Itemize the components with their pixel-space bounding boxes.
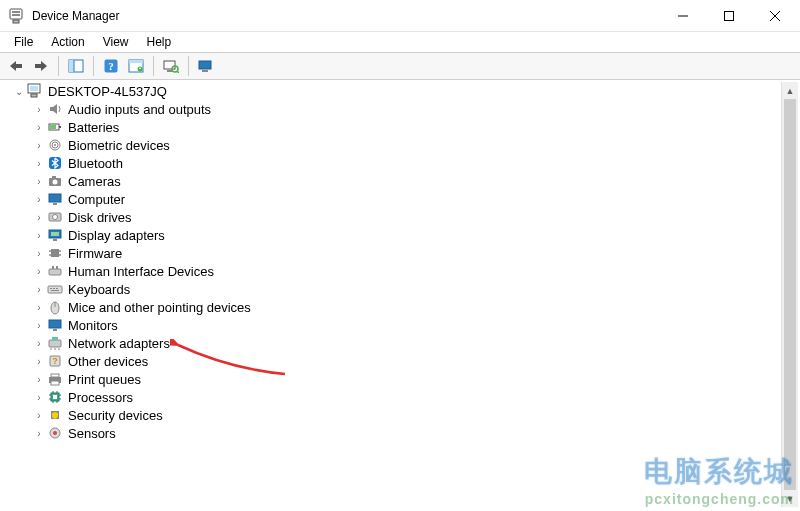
tree-item-processors[interactable]: › Processors xyxy=(2,388,780,406)
fingerprint-icon xyxy=(46,137,64,153)
tree-root-label: DESKTOP-4L537JQ xyxy=(48,84,167,99)
properties-button[interactable] xyxy=(124,55,148,77)
scan-hardware-button[interactable] xyxy=(159,55,183,77)
vertical-scrollbar[interactable]: ▲ ▼ xyxy=(781,82,798,507)
svg-rect-50 xyxy=(52,266,54,269)
mouse-icon xyxy=(46,299,64,315)
expand-icon[interactable]: › xyxy=(32,266,46,277)
svg-rect-29 xyxy=(50,125,56,129)
tree-item-computer[interactable]: › Computer xyxy=(2,190,780,208)
cpu-icon xyxy=(46,389,64,405)
svg-rect-5 xyxy=(725,11,734,20)
toolbar: ? xyxy=(0,52,800,80)
tree-item-mice[interactable]: › Mice and other pointing devices xyxy=(2,298,780,316)
expand-icon[interactable]: › xyxy=(32,230,46,241)
svg-point-32 xyxy=(54,144,56,146)
svg-rect-69 xyxy=(51,374,59,377)
network-icon xyxy=(46,335,64,351)
close-button[interactable] xyxy=(752,0,798,32)
svg-line-21 xyxy=(177,71,179,73)
svg-rect-49 xyxy=(49,269,61,275)
scroll-down-button[interactable]: ▼ xyxy=(782,490,798,507)
chip-icon xyxy=(46,245,64,261)
scroll-up-button[interactable]: ▲ xyxy=(782,82,798,99)
expand-icon[interactable]: › xyxy=(32,212,46,223)
tree-item-label: Mice and other pointing devices xyxy=(68,300,251,315)
tree-item-batteries[interactable]: › Batteries xyxy=(2,118,780,136)
tree-item-biometric[interactable]: › Biometric devices xyxy=(2,136,780,154)
expand-icon[interactable]: › xyxy=(32,158,46,169)
tree-item-keyboards[interactable]: › Keyboards xyxy=(2,280,780,298)
expand-icon[interactable]: › xyxy=(32,428,46,439)
svg-text:?: ? xyxy=(52,356,58,366)
tree-item-audio[interactable]: › Audio inputs and outputs xyxy=(2,100,780,118)
svg-rect-38 xyxy=(53,203,57,205)
back-button[interactable] xyxy=(4,55,28,77)
add-legacy-hardware-button[interactable] xyxy=(194,55,218,77)
expand-icon[interactable]: › xyxy=(32,320,46,331)
svg-rect-23 xyxy=(202,70,208,72)
tree-item-hid[interactable]: › Human Interface Devices xyxy=(2,262,780,280)
svg-rect-8 xyxy=(15,64,22,68)
printer-icon xyxy=(46,371,64,387)
tree-item-label: Print queues xyxy=(68,372,141,387)
tree-item-label: Firmware xyxy=(68,246,122,261)
tree-item-display-adapters[interactable]: › Display adapters xyxy=(2,226,780,244)
forward-button[interactable] xyxy=(29,55,53,77)
expand-icon[interactable]: › xyxy=(32,140,46,151)
expand-icon[interactable]: › xyxy=(32,410,46,421)
tree-item-sensors[interactable]: › Sensors xyxy=(2,424,780,442)
scroll-thumb[interactable] xyxy=(784,99,796,490)
tree-item-firmware[interactable]: › Firmware xyxy=(2,244,780,262)
minimize-button[interactable] xyxy=(660,0,706,32)
expand-icon[interactable]: › xyxy=(32,338,46,349)
menu-view[interactable]: View xyxy=(95,34,137,50)
collapse-icon[interactable]: ⌄ xyxy=(12,86,26,97)
expand-icon[interactable]: › xyxy=(32,194,46,205)
menu-action[interactable]: Action xyxy=(43,34,92,50)
sensor-icon xyxy=(46,425,64,441)
expand-icon[interactable]: › xyxy=(32,356,46,367)
display-adapter-icon xyxy=(46,227,64,243)
computer-icon xyxy=(26,83,44,99)
expand-icon[interactable]: › xyxy=(32,176,46,187)
tree-item-monitors[interactable]: › Monitors xyxy=(2,316,780,334)
expand-icon[interactable]: › xyxy=(32,248,46,259)
tree-item-other[interactable]: › ? Other devices xyxy=(2,352,780,370)
expand-icon[interactable]: › xyxy=(32,374,46,385)
tree-item-cameras[interactable]: › Cameras xyxy=(2,172,780,190)
svg-rect-60 xyxy=(53,329,57,331)
svg-point-40 xyxy=(53,215,58,220)
tree-item-print-queues[interactable]: › Print queues xyxy=(2,370,780,388)
maximize-button[interactable] xyxy=(706,0,752,32)
tree-item-label: Display adapters xyxy=(68,228,165,243)
svg-rect-11 xyxy=(69,60,74,72)
tree-item-label: Human Interface Devices xyxy=(68,264,214,279)
svg-rect-16 xyxy=(129,60,143,63)
bluetooth-icon xyxy=(46,155,64,171)
menu-help[interactable]: Help xyxy=(139,34,180,50)
toolbar-separator xyxy=(188,56,189,76)
tree-item-label: Security devices xyxy=(68,408,163,423)
tree-root[interactable]: ⌄ DESKTOP-4L537JQ xyxy=(2,82,780,100)
tree-item-security[interactable]: › Security devices xyxy=(2,406,780,424)
expand-icon[interactable]: › xyxy=(32,122,46,133)
tree-item-bluetooth[interactable]: › Bluetooth xyxy=(2,154,780,172)
help-button[interactable]: ? xyxy=(99,55,123,77)
expand-icon[interactable]: › xyxy=(32,302,46,313)
tree-item-network[interactable]: › Network adapters xyxy=(2,334,780,352)
toolbar-separator xyxy=(58,56,59,76)
expand-icon[interactable]: › xyxy=(32,392,46,403)
expand-icon[interactable]: › xyxy=(32,284,46,295)
show-hide-tree-button[interactable] xyxy=(64,55,88,77)
menu-file[interactable]: File xyxy=(6,34,41,50)
device-tree[interactable]: ⌄ DESKTOP-4L537JQ › Audio inputs and out… xyxy=(2,82,780,507)
battery-icon xyxy=(46,119,64,135)
tree-item-disk-drives[interactable]: › Disk drives xyxy=(2,208,780,226)
tree-item-label: Biometric devices xyxy=(68,138,170,153)
expand-icon[interactable]: › xyxy=(32,104,46,115)
svg-rect-56 xyxy=(51,290,59,291)
security-chip-icon xyxy=(46,407,64,423)
svg-rect-70 xyxy=(51,381,59,385)
svg-rect-59 xyxy=(49,320,61,328)
